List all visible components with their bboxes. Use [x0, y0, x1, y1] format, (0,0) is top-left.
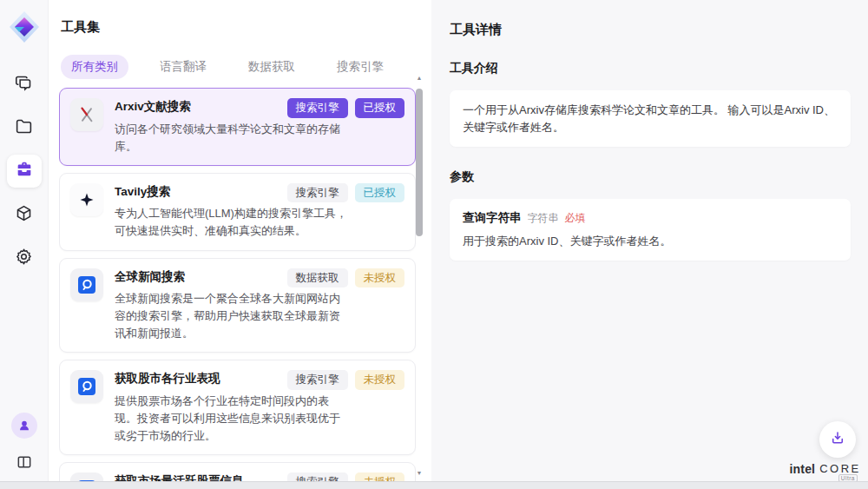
param-card: 查询字符串 字符串 必填 用于搜索的Arxiv ID、关键字或作者姓名。	[450, 199, 851, 261]
tool-description: 全球新闻搜索是一个聚合全球各大新闻网站内容的搜索引擎，帮助用户快速获取全球最新资…	[115, 290, 349, 342]
tool-name: Arxiv文献搜索	[115, 98, 191, 116]
download-button[interactable]	[819, 421, 856, 458]
tab-search-engine[interactable]: 搜索引擎	[326, 55, 394, 79]
param-description: 用于搜索的Arxiv ID、关键字或作者姓名。	[463, 234, 838, 249]
window-bottom-edge	[0, 481, 868, 489]
param-required-flag: 必填	[565, 211, 586, 226]
download-icon	[830, 430, 845, 449]
sidebar-item-files[interactable]	[7, 111, 42, 144]
scroll-down-arrow-icon[interactable]: ▼	[415, 470, 424, 476]
tool-card-arxiv[interactable]: Arxiv文献搜索 搜索引擎 已授权 访问各个研究领域大量科学论文和文章的存储库…	[59, 88, 416, 166]
tool-detail-panel: 工具详情 工具介绍 一个用于从Arxiv存储库搜索科学论文和文章的工具。 输入可…	[431, 0, 868, 489]
app-logo-icon	[9, 10, 40, 43]
tool-description: 访问各个研究领域大量科学论文和文章的存储库。	[115, 121, 349, 155]
tool-card-stock-sectors[interactable]: 获取股市各行业表现 搜索引擎 未授权 提供股票市场各个行业在特定时间段内的表现。…	[59, 360, 416, 455]
category-badge: 搜索引擎	[287, 183, 348, 203]
news-search-icon	[70, 268, 103, 301]
tool-description: 专为人工智能代理(LLM)构建的搜索引擎工具，可快速提供实时、准确和真实的结果。	[115, 205, 349, 240]
category-tabs: 所有类别 语言翻译 数据获取 搜索引擎	[61, 55, 431, 79]
page-title: 工具集	[61, 19, 431, 36]
category-badge: 搜索引擎	[287, 370, 348, 390]
cube-icon	[15, 204, 33, 226]
arxiv-icon	[70, 98, 103, 131]
tool-name: 获取股市各行业表现	[115, 370, 220, 387]
sidebar-item-layout[interactable]	[7, 451, 42, 477]
auth-status-badge: 已授权	[355, 98, 405, 118]
scroll-up-arrow-icon[interactable]: ▲	[415, 75, 424, 81]
tavily-star-icon	[70, 183, 103, 216]
app-window: 工具集 所有类别 语言翻译 数据获取 搜索引擎 Arxiv文献搜索	[0, 0, 868, 489]
category-badge: 搜索引擎	[287, 98, 348, 118]
tab-all-categories[interactable]: 所有类别	[61, 55, 128, 79]
intro-heading: 工具介绍	[450, 61, 851, 76]
toolbox-icon	[15, 160, 34, 182]
tab-translation[interactable]: 语言翻译	[149, 55, 217, 79]
columns-icon	[16, 453, 33, 474]
intel-wordmark: intel	[789, 462, 815, 476]
stock-search-icon	[70, 370, 103, 403]
folder-icon	[15, 117, 33, 139]
sidebar-item-chat[interactable]	[7, 68, 42, 101]
user-avatar[interactable]	[11, 413, 37, 439]
tool-name: 全球新闻搜索	[115, 268, 185, 286]
tool-list: Arxiv文献搜索 搜索引擎 已授权 访问各个研究领域大量科学论文和文章的存储库…	[59, 88, 417, 489]
core-wordmark: CORE	[819, 462, 861, 475]
sidebar-item-models[interactable]	[7, 198, 42, 231]
list-scrollbar[interactable]: ▲ ▼	[415, 75, 424, 476]
category-badge: 数据获取	[287, 268, 348, 288]
sidebar	[0, 0, 49, 489]
scrollbar-thumb[interactable]	[416, 89, 423, 236]
params-heading: 参数	[450, 169, 851, 185]
sidebar-item-settings[interactable]	[7, 241, 42, 274]
chat-icon	[15, 74, 33, 96]
tab-data-fetch[interactable]: 数据获取	[238, 55, 306, 79]
auth-status-badge: 未授权	[355, 268, 405, 288]
detail-title: 工具详情	[450, 22, 851, 38]
tool-description: 提供股票市场各个行业在特定时间段内的表现。投资者可以利用这些信息来识别表现优于或…	[115, 393, 349, 445]
intro-card: 一个用于从Arxiv存储库搜索科学论文和文章的工具。 输入可以是Arxiv ID…	[450, 90, 851, 147]
sidebar-bottom	[0, 413, 49, 477]
intel-core-logo: intel CORE Ultra	[789, 462, 858, 482]
sidebar-item-toolset[interactable]	[7, 155, 42, 188]
gear-icon	[15, 248, 33, 269]
sidebar-nav	[7, 68, 42, 274]
toolset-panel: 工具集 所有类别 语言翻译 数据获取 搜索引擎 Arxiv文献搜索	[49, 0, 431, 489]
tool-card-tavily[interactable]: Tavily搜索 搜索引擎 已授权 专为人工智能代理(LLM)构建的搜索引擎工具…	[59, 173, 416, 251]
tool-name: Tavily搜索	[115, 183, 170, 201]
auth-status-badge: 未授权	[355, 370, 405, 390]
param-name: 查询字符串	[463, 210, 522, 226]
auth-status-badge: 已授权	[355, 183, 405, 203]
tool-card-global-news[interactable]: 全球新闻搜索 数据获取 未授权 全球新闻搜索是一个聚合全球各大新闻网站内容的搜索…	[59, 258, 416, 354]
param-type: 字符串	[528, 211, 559, 226]
